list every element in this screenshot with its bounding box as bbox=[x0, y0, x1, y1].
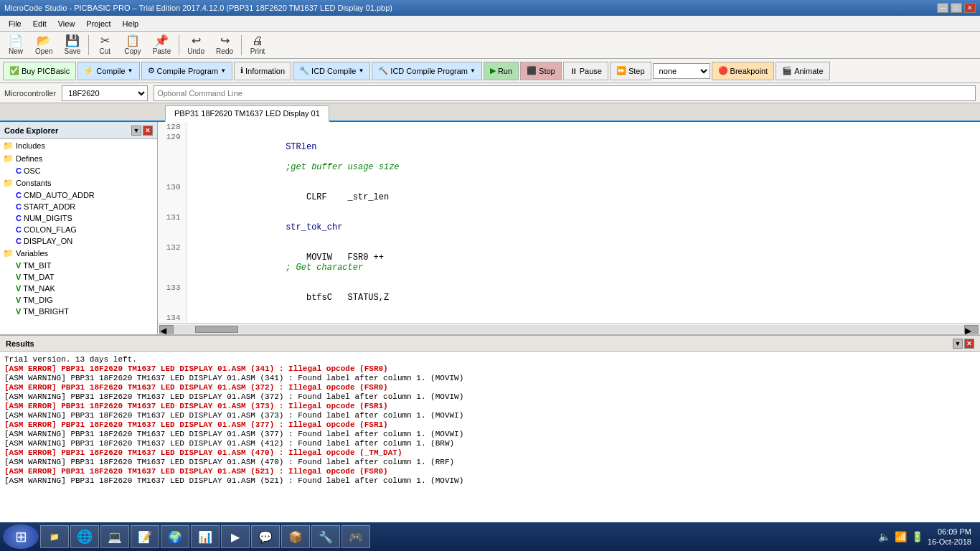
taskbar-item-1[interactable]: 💻 bbox=[100, 525, 129, 548]
folder-icon-variables: 📁 bbox=[3, 248, 14, 258]
tree-node-includes[interactable]: 📁 Includes bbox=[0, 139, 157, 152]
taskbar-item-8[interactable]: 🔧 bbox=[311, 525, 340, 548]
save-button[interactable]: 💾 Save bbox=[59, 33, 85, 57]
close-button[interactable]: ✕ bbox=[964, 3, 976, 13]
tray-icon-1[interactable]: 🔈 bbox=[878, 531, 890, 542]
run-button[interactable]: ▶ Run bbox=[484, 62, 519, 80]
results-close-button[interactable]: ✕ bbox=[964, 339, 974, 349]
compile-button[interactable]: ⚡ Compile ▼ bbox=[77, 62, 139, 80]
results-content[interactable]: Trial version. 13 days left. [ASM ERROR]… bbox=[0, 352, 980, 535]
tree-label-variables: Variables bbox=[16, 249, 48, 258]
undo-button[interactable]: ↩ Undo bbox=[182, 33, 209, 57]
paste-button[interactable]: 📌 Paste bbox=[148, 33, 176, 57]
tree-node-start-addr[interactable]: C START_ADDR bbox=[0, 201, 157, 212]
pause-button[interactable]: ⏸ Pause bbox=[563, 62, 608, 80]
redo-button[interactable]: ↪ Redo bbox=[211, 33, 238, 57]
code-text: goto exit_str_null ; EXIT ON Null char bbox=[187, 313, 980, 323]
tree-node-variables[interactable]: 📁 Variables bbox=[0, 247, 157, 260]
minimize-button[interactable]: ─ bbox=[937, 3, 948, 13]
taskbar-file-manager[interactable]: 📁 bbox=[40, 525, 69, 548]
copy-label: Copy bbox=[124, 47, 141, 55]
icd-compile-program-button[interactable]: 🔨 ICD Compile Program ▼ bbox=[372, 62, 482, 80]
tree-node-tm-nak[interactable]: V TM_NAK bbox=[0, 283, 157, 294]
explorer-close-button[interactable]: ✕ bbox=[143, 126, 153, 136]
menu-edit[interactable]: Edit bbox=[27, 18, 52, 29]
pause-label: Pause bbox=[580, 67, 602, 75]
tree-node-cmd-auto-addr[interactable]: C CMD_AUTO_ADDR bbox=[0, 189, 157, 201]
icd-compile-dropdown[interactable]: ▼ bbox=[358, 67, 364, 74]
scroll-left[interactable]: ◀ bbox=[159, 325, 174, 334]
animate-button[interactable]: 🎬 Animate bbox=[776, 62, 829, 80]
compile-program-button[interactable]: ⚙ Compile Program ▼ bbox=[141, 62, 233, 80]
results-collapse-button[interactable]: ▼ bbox=[953, 339, 963, 349]
tree-node-tm-dat[interactable]: V TM_DAT bbox=[0, 271, 157, 283]
separator bbox=[88, 35, 89, 55]
tab-0[interactable]: PBP31 18F2620 TM1637 LED Display 01 bbox=[165, 105, 329, 122]
tree-node-tm-bright[interactable]: V TM_BRIGHT bbox=[0, 306, 157, 317]
tree-node-defines[interactable]: 📁 Defines bbox=[0, 152, 157, 165]
optional-cmd-input[interactable] bbox=[154, 85, 976, 101]
step-button[interactable]: ⏩ Step bbox=[610, 62, 651, 80]
menu-view[interactable]: View bbox=[52, 18, 81, 29]
compile-dropdown-arrow[interactable]: ▼ bbox=[128, 67, 133, 74]
taskbar-item-2[interactable]: 📝 bbox=[131, 525, 159, 548]
result-text: [ASM ERROR] PBP31 18F2620 TM1637 LED DIS… bbox=[4, 448, 402, 457]
cut-icon: ✂ bbox=[100, 35, 110, 47]
taskbar-item-7[interactable]: 📦 bbox=[281, 525, 310, 548]
table-row: 130 CLRF _str_len bbox=[158, 182, 980, 212]
copy-button[interactable]: 📋 Copy bbox=[119, 33, 146, 57]
open-button[interactable]: 📂 Open bbox=[30, 33, 57, 57]
menu-file[interactable]: File bbox=[3, 18, 27, 29]
new-button[interactable]: 📄 New bbox=[3, 33, 29, 57]
breakpoint-button[interactable]: 🔴 Breakpoint bbox=[712, 62, 775, 80]
tray-icon-2[interactable]: 📶 bbox=[895, 531, 907, 542]
tree-label-start-addr: START_ADDR bbox=[24, 202, 75, 211]
scroll-thumb[interactable] bbox=[195, 326, 238, 333]
icd-compile-program-dropdown[interactable]: ▼ bbox=[470, 67, 476, 74]
tree-node-tm-dig[interactable]: V TM_DIG bbox=[0, 294, 157, 306]
icd-compile-button[interactable]: 🔧 ICD Compile ▼ bbox=[293, 62, 370, 80]
code-table: 128 129 STRlen ;get buffer usage size bbox=[158, 122, 980, 323]
horizontal-scrollbar[interactable]: ◀ ▶ bbox=[158, 323, 980, 334]
scroll-right[interactable]: ▶ bbox=[964, 325, 979, 334]
tray-icon-3[interactable]: 🔋 bbox=[911, 531, 923, 542]
menu-help[interactable]: Help bbox=[117, 18, 145, 29]
result-text: [ASM ERROR] PBP31 18F2620 TM1637 LED DIS… bbox=[4, 364, 388, 373]
menu-project[interactable]: Project bbox=[80, 18, 116, 29]
taskbar-item-3[interactable]: 🌍 bbox=[161, 525, 189, 548]
microcontroller-select[interactable]: 18F2620 bbox=[62, 85, 148, 101]
taskbar-item-4[interactable]: 📊 bbox=[191, 525, 220, 548]
scroll-track[interactable] bbox=[174, 325, 964, 334]
code-comment: ; Get character bbox=[286, 263, 363, 273]
taskbar-item-9[interactable]: 🎮 bbox=[341, 525, 370, 548]
const-icon-cmd: C bbox=[16, 191, 22, 199]
clock[interactable]: 06:09 PM 16-Oct-2018 bbox=[928, 527, 971, 547]
const-icon-num: C bbox=[16, 214, 22, 222]
tree-node-osc[interactable]: C OSC bbox=[0, 165, 157, 176]
maximize-button[interactable]: □ bbox=[951, 3, 962, 13]
step-select[interactable]: none bbox=[653, 63, 710, 79]
buy-picbasic-button[interactable]: ✅ Buy PICBasic bbox=[3, 62, 76, 80]
stop-button[interactable]: ⬛ Stop bbox=[520, 62, 562, 80]
result-text: [ASM WARNING] PBP31 18F2620 TM1637 LED D… bbox=[4, 458, 454, 466]
taskbar-item-5[interactable]: ▶ bbox=[221, 525, 250, 548]
command-bar: Microcontroller 18F2620 bbox=[0, 83, 980, 103]
tree-node-constants[interactable]: 📁 Constants bbox=[0, 176, 157, 189]
information-button[interactable]: ℹ Information bbox=[234, 62, 291, 80]
tree-node-num-digits[interactable]: C NUM_DIGITS bbox=[0, 212, 157, 224]
cut-button[interactable]: ✂ Cut bbox=[92, 33, 118, 57]
print-button[interactable]: 🖨 Print bbox=[245, 33, 270, 57]
icd-compile-label: ICD Compile bbox=[311, 67, 356, 75]
start-button[interactable]: ⊞ bbox=[3, 524, 39, 549]
code-content[interactable]: 128 129 STRlen ;get buffer usage size bbox=[158, 122, 980, 323]
compile-program-dropdown-arrow[interactable]: ▼ bbox=[220, 67, 226, 74]
taskbar-browser[interactable]: 🌐 bbox=[70, 525, 99, 548]
tree-node-tm-bit[interactable]: V TM_BIT bbox=[0, 260, 157, 271]
code-instr: btfsC STATUS,Z bbox=[286, 293, 389, 303]
code-text: btfsC STATUS,Z bbox=[187, 283, 980, 313]
tree-node-display-on[interactable]: C DISPLAY_ON bbox=[0, 235, 157, 247]
taskbar-item-6[interactable]: 💬 bbox=[251, 525, 280, 548]
explorer-pin-button[interactable]: ▼ bbox=[131, 126, 141, 136]
tree-node-colon-flag[interactable]: C COLON_FLAG bbox=[0, 224, 157, 235]
list-item: [ASM WARNING] PBP31 18F2620 TM1637 LED D… bbox=[4, 411, 976, 420]
